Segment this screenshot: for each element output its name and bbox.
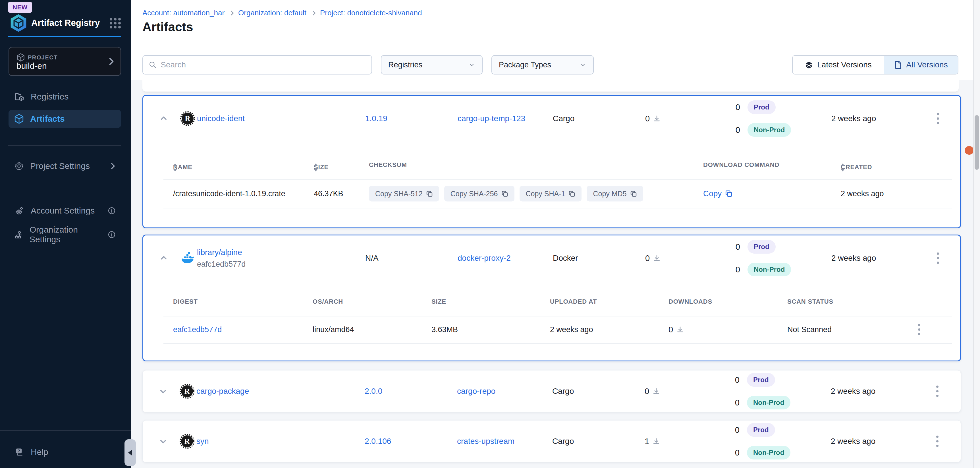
artifact-row: library/alpine eafc1edb577d N/A docker-p… <box>143 236 960 281</box>
project-selector[interactable]: PROJECT build-en <box>8 47 121 76</box>
copy-sha256-button[interactable]: Copy SHA-256 <box>444 186 514 202</box>
copy-sha1-button[interactable]: Copy SHA-1 <box>520 186 582 202</box>
artifact-name-link[interactable]: unicode-ident <box>197 114 245 123</box>
chip-label: Copy SHA-256 <box>450 189 498 198</box>
chevron-down-icon <box>579 61 586 68</box>
sidebar: NEW Artifact Registry PROJECT build-en <box>0 0 131 468</box>
sidebar-item-registries[interactable]: Registries <box>8 88 121 106</box>
expand-chevron-down-icon[interactable] <box>157 435 169 447</box>
app-title: Artifact Registry <box>31 18 100 28</box>
sidebar-divider <box>8 145 121 146</box>
sidebar-item-label: Account Settings <box>31 206 95 215</box>
org-chart-icon <box>14 230 23 239</box>
artifact-downloads: 1 <box>644 437 660 446</box>
svg-text:?: ? <box>18 449 20 453</box>
artifact-version-link[interactable]: 1.0.19 <box>365 114 387 123</box>
artifact-registry-link[interactable]: crates-upstream <box>457 437 514 446</box>
collapse-arrow-icon <box>128 449 132 456</box>
artifact-name-link[interactable]: cargo-package <box>196 387 249 396</box>
search-input[interactable] <box>161 60 366 69</box>
downloads-count: 0 <box>645 254 650 263</box>
artifact-version-link[interactable]: 2.0.106 <box>365 437 391 446</box>
artifact-name-block: library/alpine eafc1edb577d <box>197 248 245 269</box>
sidebar-item-label: Help <box>31 447 48 457</box>
artifact-name-link[interactable]: library/alpine <box>197 248 245 257</box>
project-name: build-en <box>16 61 47 71</box>
artifact-registry-link[interactable]: docker-proxy-2 <box>458 254 511 263</box>
breadcrumb-separator-icon <box>311 11 316 15</box>
row-menu-kebab-icon[interactable] <box>932 383 943 399</box>
manifest-row: eafc1edb577d linux/amd64 3.63MB 2 weeks … <box>143 316 960 343</box>
row-menu-kebab-icon[interactable] <box>932 433 943 449</box>
row-menu-kebab-icon[interactable] <box>932 250 943 266</box>
project-label: PROJECT <box>28 54 58 61</box>
breadcrumb-project-link[interactable]: Project: donotdelete-shivanand <box>320 8 422 18</box>
collapse-chevron-up-icon[interactable] <box>158 112 170 125</box>
sidebar-item-account-settings[interactable]: Account Settings <box>8 202 121 220</box>
sidebar-item-project-settings[interactable]: Project Settings <box>8 157 121 175</box>
cargo-package-icon: R <box>180 434 194 449</box>
artifact-row: R cargo-package 2.0.0 cargo-repo Cargo 0… <box>143 371 961 412</box>
artifact-name-link[interactable]: syn <box>196 437 209 446</box>
files-subtable-header: NAME SIZE CHECKSUM DOWNLOAD COMMAND CREA… <box>143 159 960 180</box>
sort-icon <box>314 164 318 172</box>
sidebar-collapse-handle[interactable] <box>124 439 136 466</box>
registries-icon <box>14 92 24 102</box>
package-types-filter-dropdown[interactable]: Package Types <box>492 55 594 75</box>
artifact-card-unicode-ident: R unicode-ident 1.0.19 cargo-up-temp-123… <box>142 95 961 228</box>
artifact-package-type: Cargo <box>553 114 574 123</box>
all-versions-button[interactable]: All Versions <box>884 56 958 74</box>
non-prod-badge: Non-Prod <box>748 123 791 137</box>
artifact-registry-link[interactable]: cargo-up-temp-123 <box>458 114 525 123</box>
expand-chevron-down-icon[interactable] <box>157 385 169 398</box>
copy-sha512-button[interactable]: Copy SHA-512 <box>369 186 439 202</box>
manifest-downloads: 0 <box>668 325 684 334</box>
app-window: NEW Artifact Registry PROJECT build-en <box>0 0 980 468</box>
scrollbar-thumb[interactable] <box>975 115 979 170</box>
sidebar-item-artifacts[interactable]: Artifacts <box>8 110 121 128</box>
breadcrumb-account-link[interactable]: Account: automation_har <box>142 8 224 18</box>
checksum-chips: Copy SHA-512 Copy SHA-256 Copy SHA-1 <box>369 186 643 202</box>
prod-badge: Prod <box>747 423 775 437</box>
search-box <box>142 55 372 75</box>
prod-count: 0 <box>724 242 740 252</box>
artifact-registry-link[interactable]: cargo-repo <box>457 387 495 396</box>
sidebar-item-label: Organization Settings <box>30 225 102 244</box>
artifact-card-cargo-package: R cargo-package 2.0.0 cargo-repo Cargo 0… <box>142 370 961 412</box>
copy-icon <box>725 190 732 197</box>
breadcrumb: Account: automation_har Organization: de… <box>142 8 422 18</box>
main-content: Account: automation_har Organization: de… <box>131 0 980 468</box>
artifact-package-type: Cargo <box>552 437 574 446</box>
sidebar-item-label: Artifacts <box>30 114 65 124</box>
copy-md5-button[interactable]: Copy MD5 <box>587 186 643 202</box>
artifact-card-library-alpine: library/alpine eafc1edb577d N/A docker-p… <box>142 234 961 361</box>
sidebar-item-organization-settings[interactable]: Organization Settings <box>8 226 121 244</box>
search-icon <box>149 60 157 69</box>
artifact-version: N/A <box>365 254 379 263</box>
download-icon <box>653 255 660 262</box>
row-menu-kebab-icon[interactable] <box>932 111 943 127</box>
artifact-package-type: Docker <box>553 254 578 263</box>
sidebar-item-label: Project Settings <box>30 161 90 171</box>
app-grid-icon[interactable] <box>110 18 121 29</box>
sort-icon <box>173 164 177 172</box>
manifests-subtable-header: DIGEST OS/ARCH SIZE UPLOADED AT DOWNLOAD… <box>143 296 960 316</box>
chevron-right-icon <box>108 58 114 65</box>
sidebar-item-help[interactable]: ? Help <box>8 443 121 461</box>
collapse-chevron-up-icon[interactable] <box>158 252 170 264</box>
artifact-downloads: 0 <box>644 387 660 396</box>
breadcrumb-organization-link[interactable]: Organization: default <box>238 8 306 18</box>
scrollbar-track[interactable] <box>973 0 980 468</box>
project-cube-icon <box>16 53 25 62</box>
copy-download-command-button[interactable]: Copy <box>703 189 732 198</box>
artifact-package-type: Cargo <box>552 387 574 396</box>
artifact-card-partial <box>142 80 959 92</box>
info-icon <box>108 207 115 214</box>
artifact-version-link[interactable]: 2.0.0 <box>365 387 382 396</box>
row-menu-kebab-icon[interactable] <box>913 322 925 337</box>
column-header-download-command: DOWNLOAD COMMAND <box>703 161 780 169</box>
latest-versions-button[interactable]: Latest Versions <box>793 56 884 74</box>
artifact-downloads: 0 <box>645 114 660 123</box>
registries-filter-dropdown[interactable]: Registries <box>381 55 483 75</box>
digest-link[interactable]: eafc1edb577d <box>173 325 222 334</box>
